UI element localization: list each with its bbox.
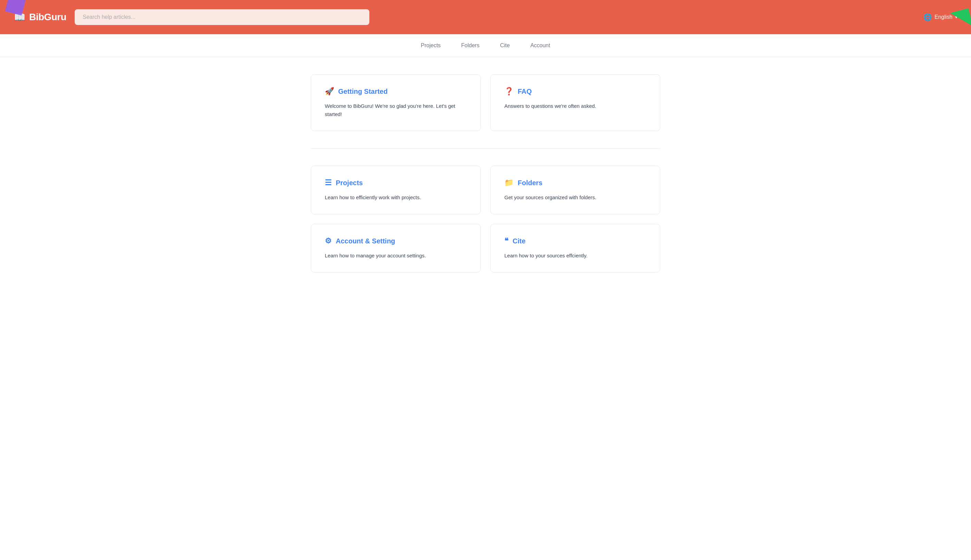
card-getting-started-desc: Welcome to BibGuru! We're so glad you're… [325, 102, 467, 118]
question-icon: ❓ [504, 87, 514, 96]
header: 📖 BibGuru 🌐 English ▾ [0, 0, 971, 34]
card-faq-desc: Answers to questions we're often asked. [504, 102, 646, 110]
logo-text: BibGuru [29, 12, 67, 23]
card-cite-desc: Learn how to your sources effciently. [504, 252, 646, 260]
main-content: 🚀 Getting Started Welcome to BibGuru! We… [297, 57, 674, 299]
folder-icon: 📁 [504, 178, 514, 187]
nav-item-account[interactable]: Account [530, 41, 550, 50]
cards-row-1: 🚀 Getting Started Welcome to BibGuru! We… [311, 74, 660, 131]
card-folders[interactable]: 📁 Folders Get your sources organized wit… [490, 166, 660, 214]
card-faq-title: ❓ FAQ [504, 87, 646, 96]
nav-item-cite[interactable]: Cite [500, 41, 510, 50]
language-label: English [935, 14, 953, 20]
main-nav: Projects Folders Cite Account [0, 34, 971, 57]
cards-row-2: ☰ Projects Learn how to efficiently work… [311, 166, 660, 214]
search-input[interactable] [75, 9, 369, 25]
quote-icon: ❝ [504, 237, 508, 245]
nav-item-folders[interactable]: Folders [461, 41, 479, 50]
list-icon: ☰ [325, 178, 332, 187]
card-cite-title: ❝ Cite [504, 237, 646, 245]
section-divider-1 [311, 148, 660, 148]
card-account-setting[interactable]: ⚙ Account & Setting Learn how to manage … [311, 224, 481, 272]
card-account-setting-title: ⚙ Account & Setting [325, 237, 467, 245]
card-account-setting-desc: Learn how to manage your account setting… [325, 252, 467, 260]
card-faq[interactable]: ❓ FAQ Answers to questions we're often a… [490, 74, 660, 131]
card-projects-desc: Learn how to efficiently work with proje… [325, 193, 467, 202]
globe-icon: 🌐 [923, 13, 932, 21]
card-getting-started-title: 🚀 Getting Started [325, 87, 467, 96]
card-projects-title: ☰ Projects [325, 178, 467, 187]
cards-row-3: ⚙ Account & Setting Learn how to manage … [311, 224, 660, 272]
nav-item-projects[interactable]: Projects [421, 41, 441, 50]
card-folders-desc: Get your sources organized with folders. [504, 193, 646, 202]
card-folders-title: 📁 Folders [504, 178, 646, 187]
rocket-icon: 🚀 [325, 87, 334, 96]
card-getting-started[interactable]: 🚀 Getting Started Welcome to BibGuru! We… [311, 74, 481, 131]
card-cite[interactable]: ❝ Cite Learn how to your sources effcien… [490, 224, 660, 272]
gear-icon: ⚙ [325, 237, 332, 245]
card-projects[interactable]: ☰ Projects Learn how to efficiently work… [311, 166, 481, 214]
